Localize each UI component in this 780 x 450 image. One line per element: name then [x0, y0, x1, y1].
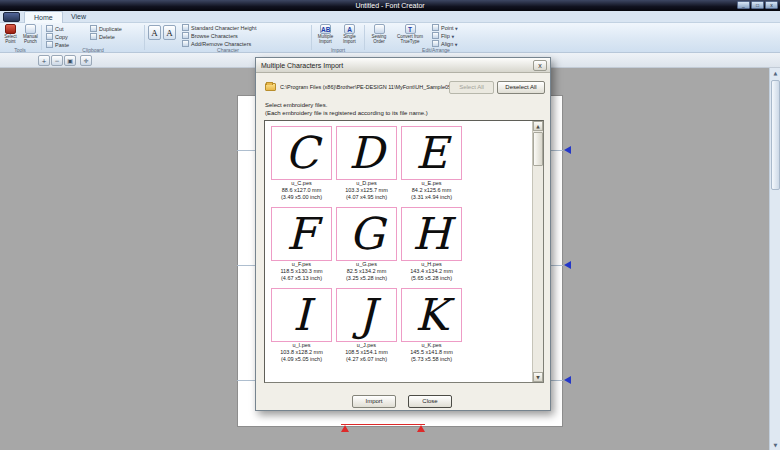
- character-size-up-button[interactable]: A: [148, 25, 161, 40]
- list-scroll-down-icon[interactable]: ▼: [533, 372, 543, 382]
- size-mm: 103.8 x128.2 mm: [271, 349, 332, 356]
- character-item[interactable]: Hu_H.pes143.4 x134.2 mm(5.65 x5.28 inch): [401, 207, 462, 282]
- character-thumbnail: D: [336, 126, 397, 180]
- character-size-down-button[interactable]: A: [163, 25, 176, 40]
- size-inch: (3.25 x5.28 inch): [336, 275, 397, 282]
- size-mm: 118.5 x130.3 mm: [271, 268, 332, 275]
- instruction-line-1: Select embroidery files.: [265, 102, 428, 110]
- size-mm: 88.6 x127.0 mm: [271, 187, 332, 194]
- deselect-all-button[interactable]: Deselect All: [497, 81, 545, 94]
- window-title: Untitled - Font Creator: [0, 0, 780, 11]
- copy-button[interactable]: Copy: [46, 33, 68, 41]
- character-glyph: J: [358, 290, 376, 340]
- guide-handle-blue[interactable]: [564, 376, 571, 384]
- browse-characters-button[interactable]: Browse Characters: [182, 32, 238, 40]
- character-item[interactable]: Du_D.pes103.3 x125.7 mm(4.07 x4.95 inch): [336, 126, 397, 201]
- character-thumbnail: F: [271, 207, 332, 261]
- ribbon: Select Point Manual Punch Tools Cut Copy…: [0, 23, 780, 53]
- browse-characters-icon: [182, 32, 189, 39]
- convert-from-truetype-button[interactable]: T Convert from TrueType: [393, 24, 427, 45]
- multiple-characters-import-dialog: Multiple Characters Import x C:\Program …: [255, 57, 551, 411]
- list-scrollbar-thumb[interactable]: [533, 132, 543, 166]
- scrollbar-thumb[interactable]: [771, 80, 780, 190]
- convert-truetype-icon: T: [405, 24, 416, 34]
- title-bar: Untitled - Font Creator _ □ x: [0, 0, 780, 11]
- guide-handle-blue[interactable]: [564, 146, 571, 154]
- delete-icon: [90, 33, 97, 40]
- character-thumbnail: E: [401, 126, 462, 180]
- add-remove-characters-icon: [182, 40, 189, 47]
- size-inch: (5.65 x5.28 inch): [401, 275, 462, 282]
- duplicate-button[interactable]: Duplicate: [90, 25, 122, 33]
- select-point-button[interactable]: Select Point: [1, 24, 20, 45]
- close-icon[interactable]: x: [765, 1, 778, 9]
- character-item[interactable]: Iu_I.pes103.8 x128.2 mm(4.09 x5.05 inch): [271, 288, 332, 363]
- folder-icon: [265, 83, 276, 91]
- multiple-import-icon: AB: [320, 24, 331, 34]
- vertical-scrollbar[interactable]: ▲ ▼: [769, 68, 780, 450]
- multiple-import-button[interactable]: AB Multiple Import: [314, 24, 337, 45]
- tab-view[interactable]: View: [62, 11, 95, 23]
- application-menu-button[interactable]: [3, 12, 20, 22]
- character-item[interactable]: Gu_G.pes82.5 x134.2 mm(3.25 x5.28 inch): [336, 207, 397, 282]
- ribbon-group-clipboard: Cut Copy Paste Duplicate Delete Clipboar…: [43, 23, 143, 53]
- character-thumbnail: H: [401, 207, 462, 261]
- align-icon: [432, 40, 439, 47]
- cut-button[interactable]: Cut: [46, 25, 64, 33]
- file-name: u_E.pes: [401, 180, 462, 187]
- dialog-title: Multiple Characters Import: [256, 58, 550, 73]
- size-inch: (4.09 x5.05 inch): [271, 356, 332, 363]
- size-inch: (5.73 x5.58 inch): [401, 356, 462, 363]
- list-scroll-up-icon[interactable]: ▲: [533, 121, 543, 131]
- character-item[interactable]: Fu_F.pes118.5 x130.3 mm(4.67 x5.13 inch): [271, 207, 332, 282]
- dialog-close-icon[interactable]: x: [533, 60, 547, 71]
- maximize-icon[interactable]: □: [751, 1, 764, 9]
- flip-icon: [432, 32, 439, 39]
- character-height-icon: [182, 24, 189, 31]
- character-thumbnail: C: [271, 126, 332, 180]
- manual-punch-button[interactable]: Manual Punch: [21, 24, 40, 45]
- guide-handle-blue[interactable]: [564, 261, 571, 269]
- list-scrollbar[interactable]: ▲ ▼: [532, 121, 543, 382]
- zoom-out-icon[interactable]: −: [51, 55, 63, 66]
- import-folder-path: C:\Program Files (x86)\Brother\PE-DESIGN…: [280, 84, 450, 90]
- character-glyph: K: [415, 290, 448, 340]
- ribbon-tab-row: Home View: [0, 11, 780, 23]
- size-mm: 143.4 x134.2 mm: [401, 268, 462, 275]
- zoom-fit-icon[interactable]: ▣: [64, 55, 76, 66]
- character-glyph: F: [286, 209, 317, 259]
- instruction-line-2: (Each embroidery file is registered acco…: [265, 110, 428, 118]
- select-point-icon: [5, 24, 16, 34]
- pan-icon[interactable]: ✛: [80, 55, 92, 66]
- character-item[interactable]: Ju_J.pes108.5 x154.1 mm(4.27 x6.07 inch): [336, 288, 397, 363]
- standard-character-height-toggle[interactable]: Standard Character Height: [182, 24, 256, 32]
- character-thumbnail: I: [271, 288, 332, 342]
- size-inch: (4.27 x6.07 inch): [336, 356, 397, 363]
- file-name: u_D.pes: [336, 180, 397, 187]
- import-button[interactable]: Import: [352, 395, 396, 408]
- close-button[interactable]: Close: [408, 395, 452, 408]
- minimize-icon[interactable]: _: [737, 1, 750, 9]
- width-handle-red[interactable]: [417, 425, 425, 432]
- width-handle-red[interactable]: [341, 425, 349, 432]
- tab-home[interactable]: Home: [24, 11, 63, 23]
- character-grid: Cu_C.pes88.6 x127.0 mm(3.49 x5.00 inch)D…: [271, 126, 471, 369]
- delete-button[interactable]: Delete: [90, 33, 115, 41]
- scroll-down-icon[interactable]: ▼: [771, 440, 780, 450]
- app-window: Untitled - Font Creator _ □ x Home View …: [0, 0, 780, 450]
- character-glyph: C: [285, 128, 319, 178]
- select-all-button[interactable]: Select All: [449, 81, 494, 94]
- zoom-in-icon[interactable]: +: [38, 55, 50, 66]
- size-inch: (4.67 x5.13 inch): [271, 275, 332, 282]
- character-thumbnail: G: [336, 207, 397, 261]
- character-glyph: E: [415, 128, 447, 178]
- scroll-up-icon[interactable]: ▲: [771, 68, 780, 78]
- character-item[interactable]: Eu_E.pes84.2 x125.6 mm(3.31 x4.94 inch): [401, 126, 462, 201]
- character-glyph: I: [293, 290, 310, 340]
- file-name: u_I.pes: [271, 342, 332, 349]
- file-name: u_J.pes: [336, 342, 397, 349]
- character-item[interactable]: Ku_K.pes145.5 x141.8 mm(5.73 x5.58 inch): [401, 288, 462, 363]
- single-import-button[interactable]: A Single Import: [338, 24, 361, 45]
- character-item[interactable]: Cu_C.pes88.6 x127.0 mm(3.49 x5.00 inch): [271, 126, 332, 201]
- sewing-order-button[interactable]: Sewing Order: [367, 24, 391, 45]
